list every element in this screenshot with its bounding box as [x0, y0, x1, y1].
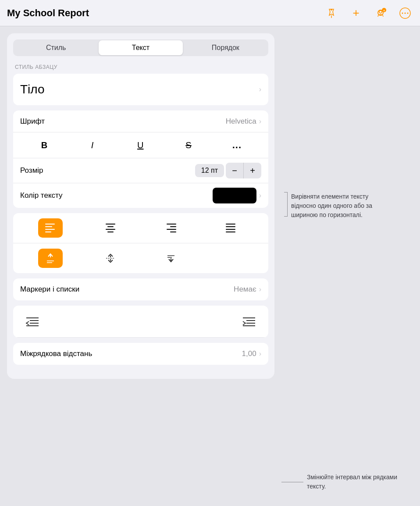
paragraph-style-card: Тіло › [13, 74, 268, 105]
pin-icon[interactable] [324, 5, 339, 21]
tab-order[interactable]: Порядок [184, 40, 267, 55]
top-bar: My School Report + + [0, 0, 420, 26]
annotation-line-spacing-text: Змінюйте інтервал між рядками тексту. [307, 473, 403, 491]
format-row: B I U S ... [13, 132, 268, 158]
align-right-button[interactable] [159, 218, 183, 238]
text-color-swatch[interactable] [213, 188, 256, 203]
svg-point-8 [405, 12, 406, 14]
annotations-area: Вирівняти елементи тексту відносно один … [281, 30, 420, 382]
bullets-label: Маркери і списки [20, 285, 234, 294]
annotation-alignment-text: Вирівняти елементи тексту відносно один … [291, 192, 388, 220]
align-left-button[interactable] [38, 218, 63, 238]
tab-style[interactable]: Стиль [14, 40, 98, 55]
vertical-align-row [13, 243, 268, 273]
horizontal-align-row [13, 213, 268, 243]
paragraph-style-row[interactable]: Тіло › [13, 74, 268, 105]
line-spacing-value: 1,00 [242, 349, 256, 358]
decrease-indent-button[interactable] [20, 312, 45, 331]
line-spacing-chevron: › [259, 350, 261, 358]
indent-row [13, 306, 268, 338]
underline-button[interactable]: U [132, 139, 148, 152]
strikethrough-button[interactable]: S [181, 139, 196, 152]
bullets-value: Немає [234, 285, 256, 294]
tab-bar: Стиль Текст Порядок [13, 39, 268, 56]
line-spacing-card: Міжрядкова відстань 1,00 › [13, 343, 268, 365]
font-row[interactable]: Шрифт Helvetica › [13, 110, 268, 132]
text-color-row[interactable]: Колір тексту › [13, 183, 268, 208]
align-top-button[interactable] [38, 249, 63, 268]
alignment-card [13, 213, 268, 273]
app-title: My School Report [7, 7, 315, 19]
svg-point-7 [402, 12, 403, 14]
size-value: 12 пт [195, 164, 224, 177]
line-spacing-row[interactable]: Міжрядкова відстань 1,00 › [13, 343, 268, 365]
svg-point-3 [379, 11, 382, 13]
annotation-line-spacing: Змінюйте інтервал між рядками тексту. [281, 473, 403, 491]
paragraph-style-section-label: СТИЛЬ АБЗАЦУ [15, 64, 267, 70]
align-justify-button[interactable] [219, 218, 243, 238]
size-row: Розмір 12 пт − + [13, 158, 268, 183]
font-card: Шрифт Helvetica › B I U S ... Розмір 12 … [13, 110, 268, 208]
main-layout: Стиль Текст Порядок СТИЛЬ АБЗАЦУ Тіло › … [0, 26, 420, 382]
tab-text[interactable]: Текст [99, 40, 182, 55]
svg-point-9 [407, 12, 409, 14]
font-value: Helvetica [226, 117, 256, 126]
more-icon[interactable] [397, 5, 413, 21]
align-middle-button[interactable] [98, 249, 123, 268]
add-icon[interactable]: + [348, 5, 364, 21]
paragraph-style-chevron: › [259, 86, 261, 93]
font-label: Шрифт [20, 117, 226, 126]
size-increase-button[interactable]: + [244, 163, 261, 178]
bullets-chevron: › [259, 285, 261, 293]
align-bottom-button[interactable] [159, 249, 183, 268]
annotation-alignment: Вирівняти елементи тексту відносно один … [281, 192, 388, 220]
size-label: Розмір [20, 166, 195, 175]
bold-button[interactable]: B [36, 139, 52, 152]
align-center-button[interactable] [98, 218, 123, 238]
bullets-card: Маркери і списки Немає › [13, 278, 268, 300]
font-chevron: › [259, 118, 261, 125]
more-format-button[interactable]: ... [229, 138, 245, 153]
format-panel: Стиль Текст Порядок СТИЛЬ АБЗАЦУ Тіло › … [7, 33, 274, 379]
paragraph-style-value: Тіло [20, 82, 45, 96]
increase-indent-button[interactable] [237, 312, 261, 331]
svg-text:+: + [383, 9, 385, 12]
indent-card [13, 306, 268, 338]
size-decrease-button[interactable]: − [226, 163, 243, 178]
line-spacing-label: Міжрядкова відстань [20, 349, 242, 358]
text-color-label: Колір тексту [20, 191, 213, 200]
svg-point-1 [331, 9, 332, 11]
bullets-row[interactable]: Маркери і списки Немає › [13, 278, 268, 300]
collab-icon[interactable]: + [373, 5, 388, 21]
size-control: 12 пт − + [195, 163, 261, 178]
italic-button[interactable]: I [85, 139, 100, 152]
text-color-chevron: › [259, 192, 261, 200]
